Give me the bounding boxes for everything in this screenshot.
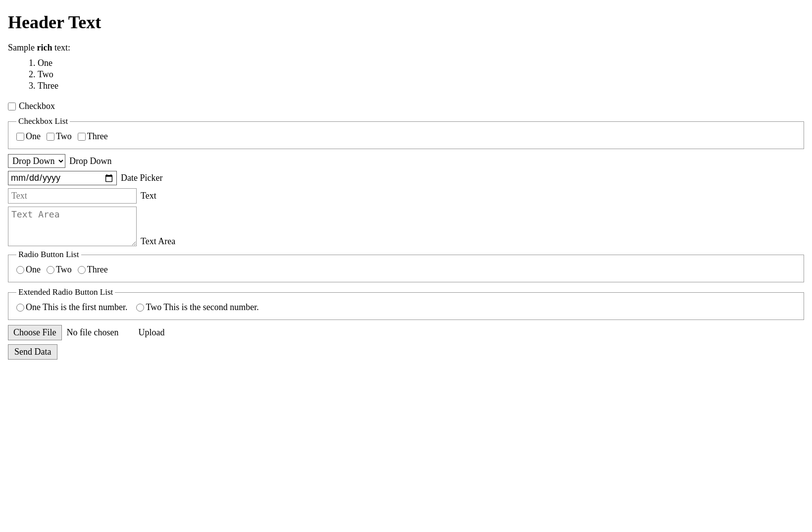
- checkbox-list-item-three[interactable]: Three: [78, 131, 108, 142]
- list-item: Two: [38, 69, 804, 80]
- radio-list-legend: Radio Button List: [16, 250, 81, 260]
- text-area-row: Text Area: [8, 207, 804, 247]
- radio-two-label: Two: [56, 265, 72, 275]
- checkbox-row: Checkbox: [8, 101, 804, 111]
- ext-radio-one-desc: This is the first number.: [43, 302, 127, 313]
- radio-three[interactable]: [78, 266, 86, 274]
- checkbox-one-label: One: [26, 131, 41, 142]
- list-item: Three: [38, 81, 804, 91]
- rich-text-list: One Two Three: [38, 58, 804, 91]
- extended-radio-item-one[interactable]: One: [16, 302, 41, 313]
- radio-list-item-two[interactable]: Two: [47, 265, 72, 275]
- date-picker-row: Date Picker: [8, 171, 804, 185]
- file-upload-row: Choose File No file chosen Upload: [8, 325, 804, 340]
- rich-text-paragraph: Sample rich text:: [8, 43, 804, 53]
- radio-three-label: Three: [87, 265, 108, 275]
- upload-label: Upload: [138, 327, 164, 338]
- extended-radio-list-legend: Extended Radio Button List: [16, 287, 115, 297]
- text-input-row: Text: [8, 188, 804, 204]
- ext-radio-two-value: Two: [146, 302, 161, 313]
- radio-list-item-three[interactable]: Three: [78, 265, 108, 275]
- checkbox-list-fieldset: Checkbox List One Two Three: [8, 116, 804, 149]
- extended-radio-item-two[interactable]: Two: [136, 302, 161, 313]
- send-data-button[interactable]: Send Data: [8, 344, 57, 360]
- extended-radio-list-fieldset: Extended Radio Button List One This is t…: [8, 287, 804, 320]
- checkbox-three[interactable]: [78, 133, 86, 141]
- text-area-input[interactable]: [8, 207, 137, 246]
- radio-one-label: One: [26, 265, 41, 275]
- radio-list-item-one[interactable]: One: [16, 265, 41, 275]
- checkbox-list-item-two[interactable]: Two: [47, 131, 72, 142]
- radio-list-inner: One Two Three: [16, 265, 796, 275]
- checkbox-two-label: Two: [56, 131, 72, 142]
- no-file-text: No file chosen: [67, 327, 119, 338]
- choose-file-button[interactable]: Choose File: [8, 325, 62, 340]
- radio-list-fieldset: Radio Button List One Two Three: [8, 250, 804, 282]
- dropdown-label: Drop Down: [69, 156, 112, 166]
- checkbox-three-label: Three: [87, 131, 108, 142]
- checkbox-two[interactable]: [47, 133, 54, 141]
- ext-radio-two[interactable]: [136, 304, 144, 312]
- checkbox-list-inner: One Two Three: [16, 131, 796, 142]
- date-picker-input[interactable]: [8, 171, 117, 185]
- text-input[interactable]: [8, 188, 137, 204]
- date-picker-label: Date Picker: [121, 173, 162, 183]
- checkbox-label[interactable]: Checkbox: [19, 101, 55, 111]
- ext-radio-one-value: One: [26, 302, 41, 313]
- dropdown-row: Drop Down Drop Down: [8, 154, 804, 168]
- list-item: One: [38, 58, 804, 68]
- ext-radio-one[interactable]: [16, 304, 24, 312]
- radio-two[interactable]: [47, 266, 54, 274]
- checkbox-list-legend: Checkbox List: [16, 116, 70, 126]
- text-area-label: Text Area: [141, 236, 175, 247]
- checkbox-input[interactable]: [8, 103, 16, 110]
- text-input-label: Text: [141, 191, 156, 201]
- page-header: Header Text: [8, 12, 804, 33]
- checkbox-one[interactable]: [16, 133, 24, 141]
- dropdown-select[interactable]: Drop Down: [8, 154, 65, 168]
- radio-one[interactable]: [16, 266, 24, 274]
- checkbox-list-item-one[interactable]: One: [16, 131, 41, 142]
- ext-radio-two-desc: This is the second number.: [163, 302, 258, 313]
- extended-radio-list-inner: One This is the first number. Two This i…: [16, 302, 796, 313]
